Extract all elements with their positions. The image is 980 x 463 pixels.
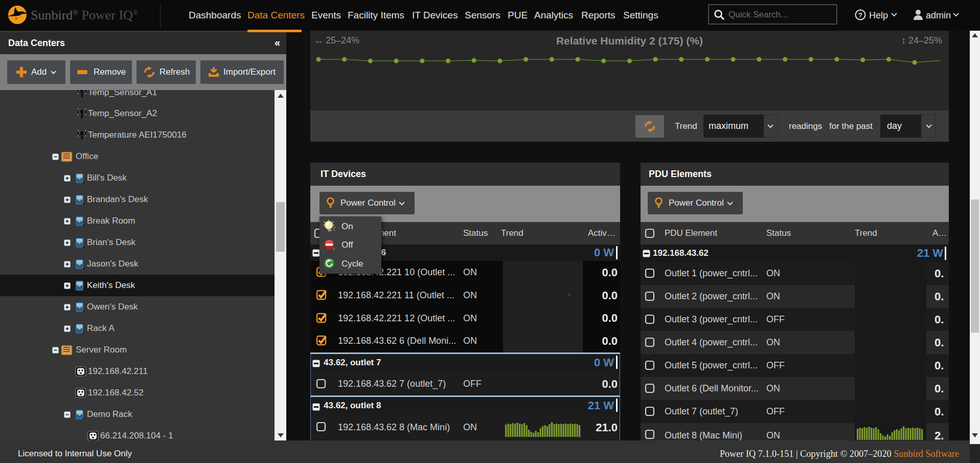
svg-text:?: ? (858, 11, 862, 19)
